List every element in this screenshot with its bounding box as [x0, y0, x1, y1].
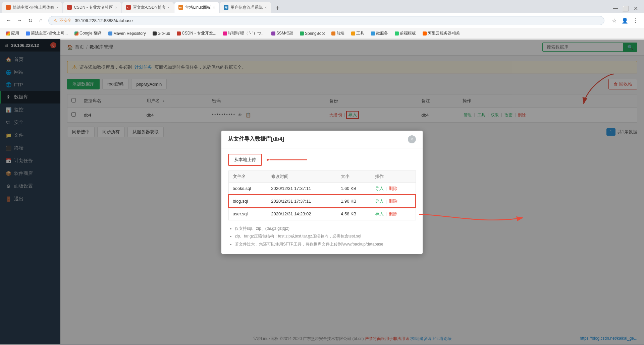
bookmark-bilibili[interactable]: 哔哩哔哩（ '- '）つ... — [220, 30, 267, 37]
bookmark-label-ssm: SSM框架 — [276, 30, 293, 36]
aliyun-icon — [423, 31, 427, 36]
hint-3: 若文件过大，您还可以使用SFTP工具，将数据库文件上传到/www/backup/… — [235, 241, 416, 248]
bookmark-tool[interactable]: 工具 — [348, 30, 367, 37]
url-protocol: 不安全 — [59, 18, 71, 23]
import-books-link[interactable]: 导入 — [375, 186, 384, 191]
file-table: 文件名 修改时间 大小 操作 books.sql 2020/12/31 17:3… — [228, 170, 416, 220]
bookmark-template[interactable]: 前端模板 — [392, 30, 419, 37]
tab-label-1: 简法主页-轻快上网体验 — [13, 5, 54, 10]
spring-icon — [300, 31, 304, 36]
file-row-books: books.sql 2020/12/31 17:37:11 1.60 KB 导入… — [228, 182, 416, 195]
bookmark-micro[interactable]: 微服务 — [368, 30, 391, 37]
tab-4[interactable]: BT 宝塔Linux面板 × — [174, 2, 219, 13]
delete-books-link[interactable]: 删除 — [389, 186, 397, 191]
tab-label-4: 宝塔Linux面板 — [185, 5, 211, 10]
github-icon — [153, 31, 157, 36]
tab-label-2: CSDN - 专业发者社区 — [74, 5, 113, 10]
file-row-user: user.sql 2020/12/31 14:23:02 4.58 KB 导入 … — [228, 208, 416, 220]
file-col-size: 大小 — [337, 170, 371, 182]
tab-close-1[interactable]: × — [56, 5, 58, 9]
tab-close-4[interactable]: × — [213, 5, 215, 9]
new-tab-button[interactable]: + — [273, 3, 282, 13]
reload-button[interactable]: ↻ — [25, 16, 35, 25]
tab-1[interactable]: 简法主页-轻快上网体验 × — [2, 2, 62, 13]
tab-favicon-4: BT — [178, 5, 183, 10]
import-user-link[interactable]: 导入 — [375, 211, 384, 216]
forward-button[interactable]: → — [15, 16, 24, 25]
bookmark-fe[interactable]: 前端 — [329, 30, 347, 37]
modal-close-button[interactable]: × — [408, 135, 416, 143]
modal-overlay[interactable]: 从文件导入数据库[db4] × 从本地上传 — [0, 40, 644, 345]
file-modified-user: 2020/12/31 14:23:02 — [267, 208, 337, 220]
close-window-button[interactable]: ✕ — [631, 4, 640, 13]
delete-user-link[interactable]: 删除 — [389, 211, 397, 216]
file-col-actions: 操作 — [371, 170, 416, 182]
modal-body: 从本地上传 文件名 修改时间 大小 — [221, 148, 423, 254]
csdn-icon — [177, 31, 181, 36]
import-modal: 从文件导入数据库[db4] × 从本地上传 — [221, 131, 423, 254]
bookmark-spring[interactable]: SpringBoot — [297, 30, 327, 37]
file-col-name: 文件名 — [228, 170, 267, 182]
red-arrow-to-upload — [267, 155, 307, 165]
bookmark-jianfa[interactable]: 简法主页-轻快上网... — [23, 30, 70, 37]
bookmark-label-maven: Maven Repository — [113, 31, 146, 36]
hints-list: 仅支持sql、zip、(tar.gz|gz|tgz) zip、tar.gz压缩包… — [228, 225, 416, 248]
bookmark-label-spring: SpringBoot — [305, 31, 325, 36]
file-actions-books: 导入 | 删除 — [371, 182, 416, 195]
tab-label-3: 写文章-CSDN博客 — [133, 5, 166, 10]
bookmark-button[interactable]: ☆ — [610, 16, 619, 25]
bookmark-label-google: Google 翻译 — [79, 30, 102, 36]
jianfa-icon — [26, 31, 30, 36]
bookmark-label-csdn: CSDN - 专业开发... — [182, 30, 216, 36]
apps-icon — [6, 31, 10, 36]
tab-close-3[interactable]: × — [168, 5, 170, 9]
maximize-button[interactable]: ⬜ — [621, 4, 630, 13]
modal-title: 从文件导入数据库[db4] — [228, 136, 284, 143]
bookmark-github[interactable]: GitHub — [150, 30, 173, 37]
delete-blog-link[interactable]: 删除 — [389, 199, 397, 204]
import-blog-link[interactable]: 导入 — [375, 199, 384, 204]
tab-5[interactable]: 用 用户信息管理系统 × — [220, 2, 271, 13]
file-sep-user: | — [386, 211, 388, 216]
bookmark-label-fe: 前端 — [336, 30, 344, 36]
upload-from-local-button[interactable]: 从本地上传 — [228, 154, 262, 166]
file-size-books: 1.60 KB — [337, 182, 371, 195]
bookmark-label-apps: 应用 — [11, 30, 19, 36]
tab-close-5[interactable]: × — [265, 5, 267, 9]
bookmark-google-translate[interactable]: Google 翻译 — [72, 30, 104, 37]
file-actions-user: 导入 | 删除 — [371, 208, 416, 220]
minimize-button[interactable]: — — [611, 4, 620, 13]
bookmark-apps[interactable]: 应用 — [3, 30, 22, 37]
bookmark-csdn[interactable]: CSDN - 专业开发... — [174, 30, 219, 37]
file-size-blog: 1.90 KB — [337, 195, 371, 208]
tab-favicon-3: C — [126, 5, 131, 10]
bookmark-label-micro: 微服务 — [376, 30, 388, 36]
address-bar: ← → ↻ ⌂ ⚠ 不安全 39.106.228.12:8888/databas… — [0, 13, 644, 28]
file-size-user: 4.58 KB — [337, 208, 371, 220]
file-sep-blog: | — [386, 199, 388, 204]
back-button[interactable]: ← — [4, 16, 13, 25]
hint-2: zip、tar.gz压缩包结构：test.zip或test.tar.gz压缩包内… — [235, 233, 416, 240]
fe-icon — [331, 31, 335, 36]
ssm-icon — [271, 31, 275, 36]
tab-3[interactable]: C 写文章-CSDN博客 × — [122, 2, 174, 13]
profile-button[interactable]: 👤 — [621, 16, 629, 25]
template-icon — [395, 31, 399, 36]
tab-favicon-1 — [6, 5, 11, 10]
bilibili-icon — [223, 31, 227, 36]
bookmark-aliyun[interactable]: 阿里云服务器相关 — [420, 30, 463, 37]
upload-section: 从本地上传 — [228, 154, 416, 166]
home-button[interactable]: ⌂ — [36, 16, 46, 25]
bookmark-maven[interactable]: Maven Repository — [106, 30, 149, 37]
url-bar[interactable]: ⚠ 不安全 39.106.228.12:8888/database — [48, 16, 604, 25]
file-name-user: user.sql — [228, 208, 267, 220]
bookmark-label-template: 前端模板 — [400, 30, 416, 36]
tab-close-2[interactable]: × — [115, 5, 117, 9]
hint-1: 仅支持sql、zip、(tar.gz|gz|tgz) — [235, 225, 416, 232]
tab-2[interactable]: C CSDN - 专业发者社区 × — [63, 2, 121, 13]
bookmark-ssm[interactable]: SSM框架 — [269, 30, 296, 37]
file-sep-books: | — [386, 186, 388, 191]
red-arrow-to-blog-row — [416, 198, 530, 231]
menu-button[interactable]: ⋮ — [631, 16, 640, 25]
file-col-modified: 修改时间 — [267, 170, 337, 182]
